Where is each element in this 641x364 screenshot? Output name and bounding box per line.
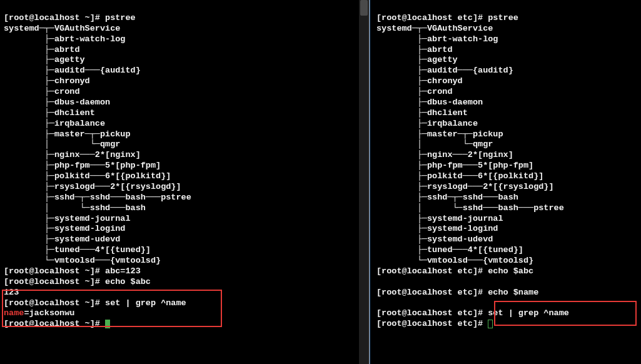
pstree-line: ├─polkitd───6*[{polkitd}] <box>376 171 543 181</box>
pstree-line: │ └─qmgr <box>4 139 120 149</box>
pstree-line: ├─chronyd <box>376 76 463 86</box>
command: echo $abc <box>105 277 151 286</box>
prompt: [root@localhost ~]# <box>4 277 100 286</box>
pstree-line: ├─dbus-daemon <box>4 98 110 107</box>
pstree-line: ├─systemd-logind <box>376 224 498 233</box>
pstree-line: ├─master─┬─pickup <box>376 129 503 139</box>
left-terminal-content: [root@localhost ~]# pstree systemd─┬─VGA… <box>0 0 369 332</box>
right-terminal-content: [root@localhost etc]# pstree systemd─┬─V… <box>370 0 641 332</box>
left-scrollbar[interactable] <box>359 0 369 364</box>
cursor-icon <box>488 320 493 328</box>
pstree-line: ├─master─┬─pickup <box>4 129 131 139</box>
pstree-line: └─vmtoolsd───{vmtoolsd} <box>376 256 533 265</box>
pstree-line: │ └─sshd───bash <box>4 203 146 213</box>
pstree-line: ├─systemd-udevd <box>376 235 493 244</box>
pstree-line: ├─agetty <box>4 55 85 64</box>
command: pstree <box>488 13 518 23</box>
pstree-line: ├─nginx───2*[nginx] <box>4 150 141 159</box>
prompt: [root@localhost ~]# <box>4 298 100 308</box>
pstree-line: ├─tuned───4*[{tuned}] <box>376 245 523 255</box>
pstree-line: ├─crond <box>376 87 453 96</box>
pstree-line: ├─auditd───{auditd} <box>376 66 513 75</box>
prompt: [root@localhost ~]# <box>4 319 100 328</box>
pstree-line: ├─php-fpm───5*[php-fpm] <box>376 161 533 170</box>
prompt: [root@localhost etc]# <box>376 308 483 318</box>
pstree-line: ├─irqbalance <box>376 119 478 128</box>
pstree-line: ├─abrtd <box>4 45 80 54</box>
prompt: [root@localhost etc]# <box>376 13 483 23</box>
pstree-line: ├─abrtd <box>376 45 453 54</box>
pstree-line: systemd─┬─VGAuthService <box>376 24 493 33</box>
pstree-line: ├─systemd-udevd <box>4 235 120 244</box>
pstree-line: ├─chronyd <box>4 76 90 86</box>
grep-rest: =jacksonwu <box>24 308 74 318</box>
pstree-line: ├─sshd─┬─sshd───bash───pstree <box>4 193 191 202</box>
prompt: [root@localhost ~]# <box>4 13 100 23</box>
pstree-line: ├─rsyslogd───2*[{rsyslogd}] <box>376 182 554 191</box>
pstree-line: ├─dhclient <box>4 108 95 118</box>
pstree-line: ├─agetty <box>376 55 458 64</box>
prompt: [root@localhost etc]# <box>376 266 483 276</box>
prompt: [root@localhost ~]# <box>4 266 100 276</box>
command: set | grep ^name <box>488 308 569 318</box>
pstree-line: ├─systemd-journal <box>4 214 131 223</box>
right-terminal-pane[interactable]: [root@localhost etc]# pstree systemd─┬─V… <box>370 0 641 364</box>
pstree-line: └─vmtoolsd───{vmtoolsd} <box>4 256 161 265</box>
scrollbar-thumb[interactable] <box>360 0 368 16</box>
command: set | grep ^name <box>105 298 186 308</box>
pstree-line: systemd─┬─VGAuthService <box>4 24 120 33</box>
pstree-line: ├─rsyslogd───2*[{rsyslogd}] <box>4 182 181 191</box>
pstree-line: ├─systemd-journal <box>376 214 503 223</box>
command: abc=123 <box>105 266 141 276</box>
pstree-line: ├─sshd─┬─sshd───bash <box>376 193 518 202</box>
pstree-line: ├─abrt-watch-log <box>4 34 125 44</box>
split-panes: [root@localhost ~]# pstree systemd─┬─VGA… <box>0 0 641 364</box>
prompt: [root@localhost etc]# <box>376 319 483 328</box>
command: pstree <box>105 13 136 23</box>
cursor-icon <box>105 320 110 328</box>
command: echo $abc <box>488 266 533 276</box>
pstree-line: ├─auditd───{auditd} <box>4 66 141 75</box>
pstree-line: ├─abrt-watch-log <box>376 34 498 44</box>
command: echo $name <box>488 288 538 297</box>
prompt: [root@localhost etc]# <box>376 288 483 297</box>
pstree-line: ├─dbus-daemon <box>376 98 483 107</box>
grep-match: name <box>4 308 24 318</box>
pstree-line: ├─dhclient <box>376 108 468 118</box>
pstree-line: ├─irqbalance <box>4 119 105 128</box>
pstree-line: │ └─sshd───bash───pstree <box>376 203 564 213</box>
pstree-line: ├─php-fpm───5*[php-fpm] <box>4 161 161 170</box>
pstree-line: ├─systemd-logind <box>4 224 125 233</box>
pstree-line: ├─polkitd───6*[{polkitd}] <box>4 171 171 181</box>
pstree-line: ├─crond <box>4 87 80 96</box>
output: 123 <box>4 288 19 297</box>
left-terminal-pane[interactable]: [root@localhost ~]# pstree systemd─┬─VGA… <box>0 0 370 364</box>
pstree-line: ├─nginx───2*[nginx] <box>376 150 513 159</box>
pstree-line: │ └─qmgr <box>376 139 493 149</box>
pstree-line: ├─tuned───4*[{tuned}] <box>4 245 151 255</box>
